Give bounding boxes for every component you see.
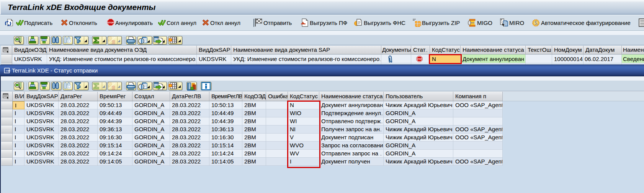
svg-text:STOP: STOP [108,21,114,24]
svg-text:STOP: STOP [417,58,422,60]
